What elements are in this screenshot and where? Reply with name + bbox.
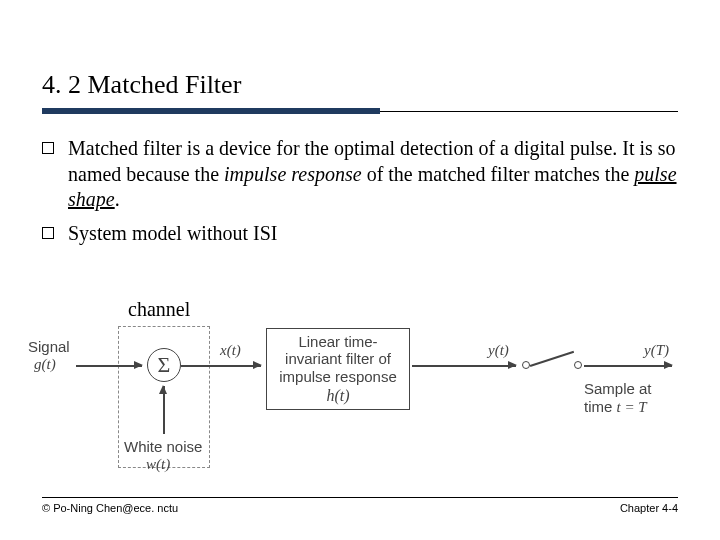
arrow-noise-sum	[163, 386, 165, 434]
channel-label: channel	[128, 298, 190, 321]
title-rule	[0, 108, 720, 118]
sample-label-2: time t = T	[584, 398, 647, 416]
sample-l2-pre: time	[584, 398, 617, 415]
rule-thick	[42, 108, 380, 114]
switch-term-right	[574, 361, 582, 369]
h-of-t: h(t)	[275, 387, 401, 405]
arrow-filter-switch	[412, 365, 516, 367]
g-of-t: g(t)	[34, 356, 56, 373]
open-circle-icon	[574, 361, 582, 369]
x-of-t: x(t)	[220, 342, 241, 359]
y-of-t: y(t)	[488, 342, 509, 359]
body: Matched filter is a device for the optim…	[0, 118, 720, 246]
sample-label-1: Sample at	[584, 380, 652, 397]
switch-arm	[530, 351, 574, 367]
bullet-2-text: System model without ISI	[68, 221, 678, 247]
slide: 4. 2 Matched Filter Matched filter is a …	[0, 0, 720, 540]
footer-left: © Po-Ning Chen@ece. nctu	[42, 502, 178, 514]
arrow-signal-sum	[76, 365, 142, 367]
sample-l2-var: t = T	[617, 399, 647, 415]
sigma-icon: Σ	[147, 348, 181, 382]
b1-em1: impulse response	[224, 163, 362, 185]
title-area: 4. 2 Matched Filter	[0, 0, 720, 100]
sum-node: Σ	[147, 348, 181, 382]
filter-line2: invariant filter of	[275, 350, 401, 367]
footer-right: Chapter 4-4	[620, 502, 678, 514]
w-of-t: w(t)	[146, 456, 170, 473]
y-of-T: y(T)	[644, 342, 669, 359]
slide-title: 4. 2 Matched Filter	[42, 70, 678, 100]
filter-line1: Linear time-	[275, 333, 401, 350]
bullet-2: System model without ISI	[42, 221, 678, 247]
bullet-square-icon	[42, 142, 54, 154]
footer-rule	[42, 497, 678, 498]
arrow-switch-out	[584, 365, 672, 367]
bullet-1-text: Matched filter is a device for the optim…	[68, 136, 678, 213]
b1-post: .	[115, 188, 120, 210]
block-diagram: Signal g(t) Σ White noise w(t) x(t) Line…	[28, 320, 692, 490]
signal-label: Signal	[28, 338, 70, 355]
footer-row: © Po-Ning Chen@ece. nctu Chapter 4-4	[42, 502, 678, 514]
filter-line3: impulse response	[275, 368, 401, 385]
arrow-sum-filter	[181, 365, 261, 367]
b1-mid: of the matched filter matches the	[362, 163, 635, 185]
filter-box: Linear time- invariant filter of impulse…	[266, 328, 410, 410]
bullet-1: Matched filter is a device for the optim…	[42, 136, 678, 213]
footer: © Po-Ning Chen@ece. nctu Chapter 4-4	[42, 497, 678, 514]
noise-label: White noise	[124, 438, 202, 455]
bullet-square-icon	[42, 227, 54, 239]
